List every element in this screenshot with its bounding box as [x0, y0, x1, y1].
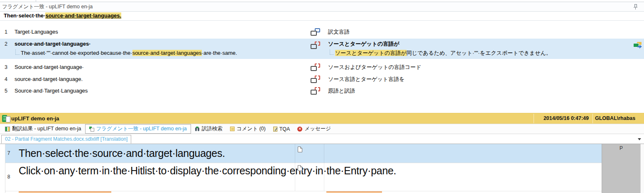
fragment-match-icon: [311, 87, 320, 95]
match-target-text: ソースおよびターゲットの言語コード: [328, 61, 421, 73]
document-structure-column: P: [602, 144, 640, 193]
next-segment-source-highlight: [19, 191, 111, 193]
error-message-icon: ✕: [297, 127, 302, 132]
tm-timestamp: 2014/05/16 0:47:49: [537, 113, 589, 124]
segment-number: 7: [3, 144, 14, 163]
editor-grid: 7 Then·select·the·source·and·target·lang…: [0, 144, 644, 193]
match-row-4[interactable]: 4 source·and·target·language. ソース言語とターゲッ…: [0, 73, 644, 85]
source-preview-line: Then·select·the·source·and·target·langua…: [0, 11, 644, 21]
document-structure-icon: [297, 165, 303, 173]
translation-memory-icon: [2, 115, 10, 122]
match-source-text: Target·Languages: [15, 26, 58, 38]
tm-user: GLOBAL\rhabas: [595, 113, 644, 124]
tm-bar-separator: [593, 114, 593, 123]
tqa-icon: [273, 127, 277, 132]
fragment-match-icon: [311, 28, 320, 36]
tab-comments[interactable]: コメント (0): [226, 124, 269, 134]
fragment-match-icon: [311, 42, 320, 49]
context-suffix: 同じであるため、アセット·""·をエクスポートできません。: [406, 50, 551, 56]
tree-connector-icon: [330, 49, 334, 55]
fragment-matches-icon: [89, 127, 94, 132]
tab-list-dropdown-icon[interactable]: [638, 138, 641, 140]
context-highlighted-fragment: ソースとターゲットの言語が: [335, 50, 406, 56]
tree-connector-icon: [15, 49, 20, 55]
context-highlighted-fragment: source·and·target·languages: [132, 50, 202, 56]
match-source-text: source·and·target·languages·: [15, 39, 91, 49]
paragraph-structure-label: P: [602, 145, 640, 151]
preview-highlighted-fragment: source·and·target·languages.: [45, 12, 121, 19]
match-target-text: ソースとターゲットの言語が: [328, 39, 399, 49]
tab-translation-results[interactable]: 翻訳結果 - upLIFT demo en-ja: [1, 124, 85, 134]
match-row-2-selected[interactable]: 2 source·and·target·languages· The·asset…: [0, 39, 644, 59]
panel-title: フラグメント一致 - upLIFT demo en-ja: [2, 2, 93, 11]
fragment-match-list: 1 Target·Languages 訳文言語 2 source·and·tar…: [0, 21, 644, 113]
tab-label: フラグメント一致 - upLIFT demo en-ja: [96, 125, 187, 132]
match-target-text: 訳文言語: [328, 26, 350, 38]
match-target-text: ソース言語とターゲット言語を: [328, 73, 404, 85]
tab-label: コメント (0): [237, 125, 266, 132]
editor-scrollbar[interactable]: [640, 144, 644, 193]
segment-8-source-cell[interactable]: Click·on·any·term·in·the·Hitlist·to·disp…: [19, 164, 293, 178]
apply-translation-icon[interactable]: [633, 42, 642, 49]
match-source-text: Source·and·target·language·: [15, 61, 84, 73]
match-row-1[interactable]: 1 Target·Languages 訳文言語: [0, 26, 644, 38]
preview-prefix: Then·select·the·: [4, 12, 45, 19]
tab-messages[interactable]: ✕ メッセージ: [294, 124, 335, 134]
match-number: 3: [5, 61, 13, 73]
row-divider: [5, 163, 602, 163]
tab-label: TQA: [279, 126, 290, 132]
next-segment-target-highlight: [326, 191, 382, 193]
term-search-icon: [195, 127, 200, 132]
comment-icon: [230, 127, 235, 131]
context-suffix: ·are·the·same.: [202, 50, 237, 56]
match-source-context: The·asset·""·cannot·be·exported·because·…: [21, 49, 237, 57]
match-source-text: source·and·target·language.: [15, 73, 83, 85]
pin-icon[interactable]: [634, 4, 637, 10]
match-row-3[interactable]: 3 Source·and·target·language· ソースおよびターゲッ…: [0, 61, 644, 73]
fragment-match-icon: [311, 76, 320, 83]
tm-header-bar[interactable]: upLIFT demo en-ja 2014/05/16 0:47:49 GLO…: [0, 113, 644, 124]
match-number: 2: [5, 39, 13, 49]
tab-label: 訳語検索: [202, 125, 223, 132]
tab-label: メッセージ: [304, 125, 331, 132]
match-number: 5: [5, 85, 13, 97]
document-tab[interactable]: 02 - Partial Fragment Matches.docx.sdlxl…: [1, 135, 131, 144]
fragment-match-icon: [311, 64, 320, 71]
match-source-text: Source·and·Target·Languages: [15, 85, 88, 97]
translation-results-icon: [5, 127, 10, 132]
match-row-5[interactable]: 5 Source·and·Target·Languages 原語と訳語: [0, 85, 644, 97]
tab-tqa[interactable]: TQA: [269, 124, 294, 134]
match-target-text: 原語と訳語: [328, 85, 355, 97]
panel-title-bar: フラグメント一致 - upLIFT demo en-ja: [0, 2, 644, 12]
tab-term-search[interactable]: 訳語検索: [191, 124, 226, 134]
tm-name: upLIFT demo en-ja: [11, 113, 59, 124]
context-prefix: The·asset·""·cannot·be·exported·because·…: [21, 50, 132, 56]
match-target-context: ソースとターゲットの言語が同じであるため、アセット·""·をエクスポートできませ…: [335, 49, 551, 57]
tm-bar-separator: [534, 114, 534, 123]
document-structure-icon: [297, 146, 303, 154]
results-tab-strip: 翻訳結果 - upLIFT demo en-ja フラグメント一致 - upLI…: [0, 124, 644, 134]
tab-label: 翻訳結果 - upLIFT demo en-ja: [12, 125, 81, 132]
match-number: 1: [5, 26, 13, 38]
tab-fragment-matches[interactable]: フラグメント一致 - upLIFT demo en-ja: [85, 124, 191, 134]
segment-number: 8: [3, 163, 14, 191]
segment-7-source-cell[interactable]: Then·select·the·source·and·target·langua…: [19, 144, 225, 163]
match-number: 4: [5, 73, 13, 85]
document-tab-row: 02 - Partial Fragment Matches.docx.sdlxl…: [0, 134, 644, 144]
